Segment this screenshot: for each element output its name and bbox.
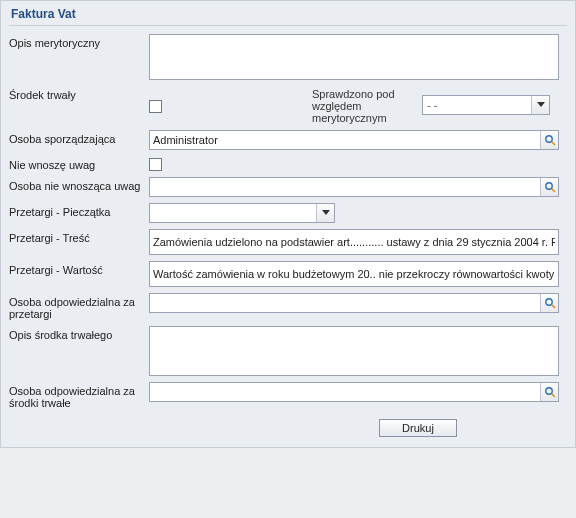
srodek-trwaly-checkbox[interactable] xyxy=(149,100,162,113)
label-tresc: Przetargi - Treść xyxy=(9,229,149,244)
osoba-srodki-input[interactable] xyxy=(150,384,540,400)
svg-point-4 xyxy=(545,299,551,305)
search-icon[interactable] xyxy=(540,294,558,312)
svg-point-6 xyxy=(545,388,551,394)
invoice-panel: Faktura Vat Opis merytoryczny Środek trw… xyxy=(0,0,576,448)
divider xyxy=(9,25,567,26)
label-osoba-srodki: Osoba odpowiedzialna za środki trwałe xyxy=(9,382,149,409)
osoba-srodki-lookup[interactable] xyxy=(149,382,559,402)
label-osoba-przetargi: Osoba odpowiedzialna za przetargi xyxy=(9,293,149,320)
osoba-przetargi-lookup[interactable] xyxy=(149,293,559,313)
drukuj-button[interactable]: Drukuj xyxy=(379,419,457,437)
label-wartosc: Przetargi - Wartość xyxy=(9,261,149,276)
page-title: Faktura Vat xyxy=(11,7,567,21)
svg-line-5 xyxy=(551,305,555,309)
svg-line-3 xyxy=(551,189,555,193)
search-icon[interactable] xyxy=(540,178,558,196)
label-osoba-nie-wnoszaca: Osoba nie wnosząca uwag xyxy=(9,177,149,192)
label-nie-wnosze: Nie wnoszę uwag xyxy=(9,156,149,171)
chevron-down-icon[interactable] xyxy=(316,204,334,222)
nie-wnosze-uwag-checkbox[interactable] xyxy=(149,158,162,171)
label-pieczatka: Przetargi - Pieczątka xyxy=(9,203,149,218)
svg-point-2 xyxy=(545,183,551,189)
search-icon[interactable] xyxy=(540,383,558,401)
opis-srodka-input[interactable] xyxy=(149,326,559,376)
search-icon[interactable] xyxy=(540,131,558,149)
svg-line-7 xyxy=(551,394,555,398)
label-srodek-trwaly: Środek trwały xyxy=(9,86,149,101)
osoba-nie-wnoszaca-input[interactable] xyxy=(150,179,540,195)
osoba-sporzadzajaca-input[interactable] xyxy=(150,132,540,148)
sprawdzono-date-dropdown[interactable]: - - xyxy=(422,95,550,115)
osoba-nie-wnoszaca-lookup[interactable] xyxy=(149,177,559,197)
osoba-sporzadzajaca-lookup[interactable] xyxy=(149,130,559,150)
osoba-przetargi-input[interactable] xyxy=(150,295,540,311)
chevron-down-icon[interactable] xyxy=(531,96,549,114)
wartosc-input[interactable] xyxy=(149,261,559,287)
label-opis-srodka: Opis środka trwałego xyxy=(9,326,149,341)
svg-point-0 xyxy=(545,136,551,142)
opis-merytoryczny-input[interactable] xyxy=(149,34,559,80)
svg-line-1 xyxy=(551,142,555,146)
pieczatka-dropdown[interactable] xyxy=(149,203,335,223)
label-osoba-sporz: Osoba sporządzająca xyxy=(9,130,149,145)
label-opis-meryt: Opis merytoryczny xyxy=(9,34,149,49)
tresc-input[interactable] xyxy=(149,229,559,255)
label-sprawdzono: Sprawdzono pod względem merytorycznym xyxy=(312,86,422,124)
